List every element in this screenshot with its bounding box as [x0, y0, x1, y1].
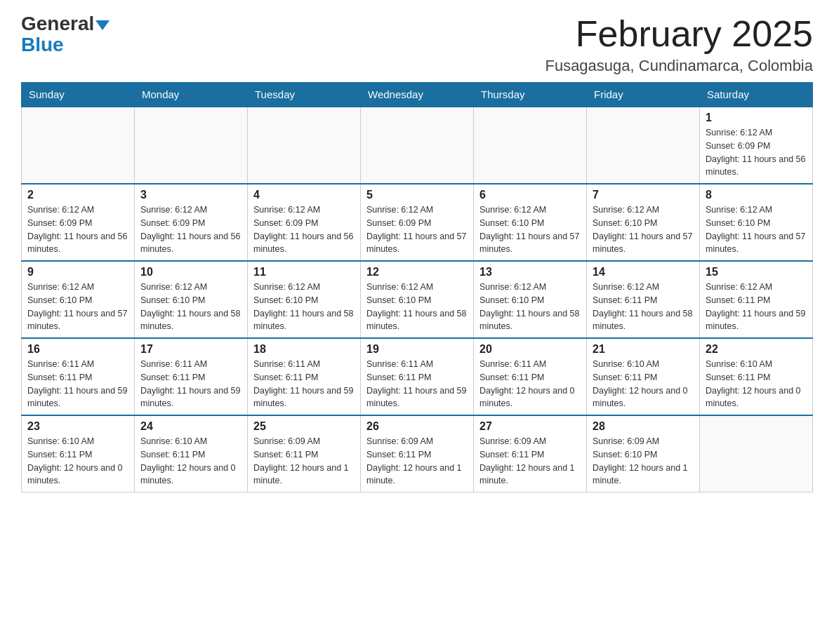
day-info: Sunrise: 6:12 AMSunset: 6:10 PMDaylight:…	[27, 281, 128, 333]
day-info: Sunrise: 6:12 AMSunset: 6:10 PMDaylight:…	[479, 281, 581, 333]
day-number: 9	[27, 266, 128, 279]
day-number: 6	[479, 189, 581, 201]
table-row: 23Sunrise: 6:10 AMSunset: 6:11 PMDayligh…	[22, 415, 135, 492]
table-row: 20Sunrise: 6:11 AMSunset: 6:11 PMDayligh…	[474, 338, 587, 415]
day-number: 26	[366, 420, 468, 433]
day-number: 5	[366, 189, 468, 201]
page-header: General Blue February 2025 Fusagasuga, C…	[21, 14, 813, 75]
table-row: 13Sunrise: 6:12 AMSunset: 6:10 PMDayligh…	[474, 261, 587, 338]
table-row: 5Sunrise: 6:12 AMSunset: 6:09 PMDaylight…	[361, 184, 474, 261]
table-row	[474, 107, 587, 184]
table-row	[135, 107, 248, 184]
table-row: 9Sunrise: 6:12 AMSunset: 6:10 PMDaylight…	[22, 261, 135, 338]
table-row	[700, 415, 813, 492]
calendar-week-3: 9Sunrise: 6:12 AMSunset: 6:10 PMDaylight…	[22, 261, 813, 338]
logo: General Blue	[21, 14, 110, 55]
day-number: 12	[366, 266, 468, 279]
table-row: 24Sunrise: 6:10 AMSunset: 6:11 PMDayligh…	[135, 415, 248, 492]
table-row: 2Sunrise: 6:12 AMSunset: 6:09 PMDaylight…	[22, 184, 135, 261]
day-number: 22	[706, 343, 807, 356]
calendar-week-4: 16Sunrise: 6:11 AMSunset: 6:11 PMDayligh…	[22, 338, 813, 415]
location-subtitle: Fusagasuga, Cundinamarca, Colombia	[545, 57, 813, 75]
col-tuesday: Tuesday	[248, 83, 361, 107]
col-saturday: Saturday	[700, 83, 813, 107]
day-number: 19	[366, 343, 468, 356]
day-info: Sunrise: 6:10 AMSunset: 6:11 PMDaylight:…	[140, 435, 241, 488]
calendar-week-5: 23Sunrise: 6:10 AMSunset: 6:11 PMDayligh…	[22, 415, 813, 492]
day-number: 25	[253, 420, 355, 433]
col-sunday: Sunday	[22, 83, 135, 107]
day-number: 21	[593, 343, 694, 356]
table-row	[587, 107, 700, 184]
table-row: 14Sunrise: 6:12 AMSunset: 6:11 PMDayligh…	[587, 261, 700, 338]
day-info: Sunrise: 6:09 AMSunset: 6:11 PMDaylight:…	[253, 435, 355, 488]
day-info: Sunrise: 6:12 AMSunset: 6:09 PMDaylight:…	[706, 126, 807, 179]
col-friday: Friday	[587, 83, 700, 107]
table-row: 12Sunrise: 6:12 AMSunset: 6:10 PMDayligh…	[361, 261, 474, 338]
table-row: 18Sunrise: 6:11 AMSunset: 6:11 PMDayligh…	[248, 338, 361, 415]
day-number: 23	[27, 420, 128, 433]
day-number: 24	[140, 420, 241, 433]
day-info: Sunrise: 6:11 AMSunset: 6:11 PMDaylight:…	[27, 358, 128, 410]
table-row: 26Sunrise: 6:09 AMSunset: 6:11 PMDayligh…	[361, 415, 474, 492]
col-wednesday: Wednesday	[361, 83, 474, 107]
day-number: 17	[140, 343, 241, 356]
day-number: 15	[706, 266, 807, 279]
table-row	[361, 107, 474, 184]
table-row: 25Sunrise: 6:09 AMSunset: 6:11 PMDayligh…	[248, 415, 361, 492]
col-thursday: Thursday	[474, 83, 587, 107]
day-number: 10	[140, 266, 241, 279]
day-info: Sunrise: 6:11 AMSunset: 6:11 PMDaylight:…	[479, 358, 581, 410]
day-info: Sunrise: 6:11 AMSunset: 6:11 PMDaylight:…	[140, 358, 241, 410]
day-info: Sunrise: 6:12 AMSunset: 6:10 PMDaylight:…	[366, 281, 468, 333]
day-number: 16	[27, 343, 128, 356]
table-row: 16Sunrise: 6:11 AMSunset: 6:11 PMDayligh…	[22, 338, 135, 415]
calendar-week-1: 1Sunrise: 6:12 AMSunset: 6:09 PMDaylight…	[22, 107, 813, 184]
day-info: Sunrise: 6:12 AMSunset: 6:09 PMDaylight:…	[27, 203, 128, 256]
day-info: Sunrise: 6:12 AMSunset: 6:10 PMDaylight:…	[140, 281, 241, 333]
logo-part1: General	[21, 14, 110, 34]
table-row: 8Sunrise: 6:12 AMSunset: 6:10 PMDaylight…	[700, 184, 813, 261]
day-info: Sunrise: 6:11 AMSunset: 6:11 PMDaylight:…	[253, 358, 355, 410]
calendar-table: Sunday Monday Tuesday Wednesday Thursday…	[21, 82, 813, 492]
day-info: Sunrise: 6:12 AMSunset: 6:11 PMDaylight:…	[593, 281, 694, 333]
table-row: 10Sunrise: 6:12 AMSunset: 6:10 PMDayligh…	[135, 261, 248, 338]
day-info: Sunrise: 6:12 AMSunset: 6:09 PMDaylight:…	[140, 203, 241, 256]
table-row: 19Sunrise: 6:11 AMSunset: 6:11 PMDayligh…	[361, 338, 474, 415]
day-info: Sunrise: 6:12 AMSunset: 6:10 PMDaylight:…	[479, 203, 581, 256]
day-info: Sunrise: 6:10 AMSunset: 6:11 PMDaylight:…	[27, 435, 128, 488]
day-info: Sunrise: 6:12 AMSunset: 6:09 PMDaylight:…	[253, 203, 355, 256]
day-number: 7	[593, 189, 694, 201]
logo-part2: Blue	[21, 35, 64, 55]
calendar-header-row: Sunday Monday Tuesday Wednesday Thursday…	[22, 83, 813, 107]
month-title: February 2025	[545, 14, 813, 54]
table-row: 22Sunrise: 6:10 AMSunset: 6:11 PMDayligh…	[700, 338, 813, 415]
day-number: 18	[253, 343, 355, 356]
table-row	[248, 107, 361, 184]
table-row: 15Sunrise: 6:12 AMSunset: 6:11 PMDayligh…	[700, 261, 813, 338]
col-monday: Monday	[135, 83, 248, 107]
table-row: 11Sunrise: 6:12 AMSunset: 6:10 PMDayligh…	[248, 261, 361, 338]
day-info: Sunrise: 6:11 AMSunset: 6:11 PMDaylight:…	[366, 358, 468, 410]
day-info: Sunrise: 6:12 AMSunset: 6:09 PMDaylight:…	[366, 203, 468, 256]
table-row: 17Sunrise: 6:11 AMSunset: 6:11 PMDayligh…	[135, 338, 248, 415]
table-row: 1Sunrise: 6:12 AMSunset: 6:09 PMDaylight…	[700, 107, 813, 184]
day-number: 13	[479, 266, 581, 279]
day-info: Sunrise: 6:12 AMSunset: 6:10 PMDaylight:…	[706, 203, 807, 256]
table-row: 27Sunrise: 6:09 AMSunset: 6:11 PMDayligh…	[474, 415, 587, 492]
day-info: Sunrise: 6:10 AMSunset: 6:11 PMDaylight:…	[706, 358, 807, 410]
logo-triangle-icon	[95, 20, 110, 30]
table-row	[22, 107, 135, 184]
day-number: 11	[253, 266, 355, 279]
calendar-week-2: 2Sunrise: 6:12 AMSunset: 6:09 PMDaylight…	[22, 184, 813, 261]
day-info: Sunrise: 6:12 AMSunset: 6:10 PMDaylight:…	[593, 203, 694, 256]
title-block: February 2025 Fusagasuga, Cundinamarca, …	[545, 14, 813, 75]
table-row: 21Sunrise: 6:10 AMSunset: 6:11 PMDayligh…	[587, 338, 700, 415]
day-number: 2	[27, 189, 128, 201]
day-number: 3	[140, 189, 241, 201]
day-number: 20	[479, 343, 581, 356]
table-row: 6Sunrise: 6:12 AMSunset: 6:10 PMDaylight…	[474, 184, 587, 261]
day-info: Sunrise: 6:12 AMSunset: 6:10 PMDaylight:…	[253, 281, 355, 333]
day-info: Sunrise: 6:09 AMSunset: 6:11 PMDaylight:…	[366, 435, 468, 488]
day-info: Sunrise: 6:09 AMSunset: 6:10 PMDaylight:…	[593, 435, 694, 488]
